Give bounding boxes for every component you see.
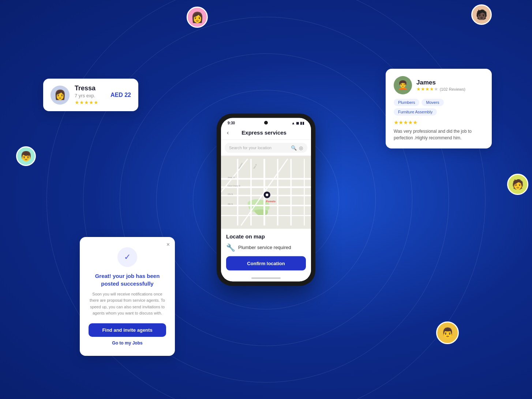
confirm-location-button[interactable]: Confirm location <box>226 256 306 270</box>
home-indicator <box>221 275 311 281</box>
locate-title: Locate on map <box>226 233 306 239</box>
phone-header: ‹ Express services <box>221 126 311 140</box>
avatar-right: 🧑 <box>507 174 528 195</box>
avatar-bottom-right: 👨 <box>436 321 459 344</box>
svg-text:29th St: 29th St <box>228 203 233 205</box>
check-icon: ✓ <box>124 252 131 262</box>
home-bar <box>251 277 281 279</box>
map-area[interactable]: Jersey St Cesar Chavez St 27th St 29th S… <box>221 155 311 229</box>
reviewer-name: James <box>416 79 465 86</box>
status-time: 9:30 <box>228 121 235 125</box>
invite-agents-button[interactable]: Find and invite agents <box>89 323 166 337</box>
agent-experience: 7 yrs exp. <box>75 93 105 98</box>
svg-text:Pomelo: Pomelo <box>266 199 276 203</box>
screen-title: Express services <box>232 129 296 136</box>
agent-card-tressa: 👩 Tressa 7 yrs exp. ★★★★★ AED 22 <box>43 79 138 111</box>
close-button[interactable]: × <box>166 241 170 248</box>
svg-point-22 <box>266 193 268 196</box>
camera-notch <box>264 121 268 124</box>
reviewer-row: 🧑‍🦱 James ★★★★★ (102 Reviews) <box>394 76 484 94</box>
success-popup: × ✓ Great! your job has been posted succ… <box>80 237 175 356</box>
agent-price: AED 22 <box>110 92 131 98</box>
search-placeholder-text: Search for your location <box>229 146 289 150</box>
reviewer-header-stars: ★★★★★ (102 Reviews) <box>416 86 465 92</box>
phone-bottom: Locate on map 🔧 Plumber service required… <box>221 229 311 275</box>
search-icon: 🔍 <box>291 145 297 150</box>
success-title: Great! your job has been posted successf… <box>89 272 166 287</box>
review-text: Was very professional and did the job to… <box>394 128 484 141</box>
search-bar[interactable]: Search for your location 🔍 ◎ <box>225 143 307 153</box>
success-body: Soon you will receive notifications once… <box>89 291 166 317</box>
map-svg: Jersey St Cesar Chavez St 27th St 29th S… <box>221 155 311 229</box>
agent-info: Tressa 7 yrs exp. ★★★★★ <box>75 84 105 105</box>
phone-screen: 9:30 ▲ ◼ ▮▮ ‹ Express services Search fo… <box>221 118 311 281</box>
tag-row: Plumbers Movers Furniture Assembly <box>394 99 484 116</box>
avatar-top-center: 👩 <box>187 7 208 28</box>
svg-text:Jersey St: Jersey St <box>228 177 235 178</box>
tag-movers: Movers <box>422 99 443 106</box>
service-row: 🔧 Plumber service required <box>226 243 306 252</box>
locate-icon: ◎ <box>299 145 303 150</box>
go-to-jobs-link[interactable]: Go to my Jobs <box>89 340 166 346</box>
status-icons: ▲ ◼ ▮▮ <box>292 121 304 125</box>
avatar-left: 👦 <box>16 146 36 166</box>
reviewer-avatar: 🧑‍🦱 <box>394 76 412 94</box>
agent-stars: ★★★★★ <box>75 99 105 105</box>
check-circle: ✓ <box>117 247 137 267</box>
tag-plumbers: Plumbers <box>394 99 419 106</box>
avatar-top-right: 🧑🏿 <box>471 4 492 25</box>
phone-mockup: 9:30 ▲ ◼ ▮▮ ‹ Express services Search fo… <box>217 113 315 286</box>
service-text: Plumber service required <box>238 245 291 250</box>
reviewer-info: James ★★★★★ (102 Reviews) <box>416 79 465 92</box>
agent-name: Tressa <box>75 84 105 92</box>
status-bar: 9:30 ▲ ◼ ▮▮ <box>221 118 311 126</box>
plumber-icon: 🔧 <box>226 243 235 252</box>
svg-text:27th St: 27th St <box>228 193 233 195</box>
review-card-james: 🧑‍🦱 James ★★★★★ (102 Reviews) Plumbers M… <box>386 69 492 148</box>
agent-avatar-tressa: 👩 <box>50 86 70 105</box>
tag-furniture: Furniture Assembly <box>394 108 437 116</box>
back-arrow-icon[interactable]: ‹ <box>227 129 229 136</box>
phone-frame: 9:30 ▲ ◼ ▮▮ ‹ Express services Search fo… <box>217 113 315 286</box>
svg-text:Cesar Chavez St: Cesar Chavez St <box>228 185 240 187</box>
review-stars: ★★★★★ <box>394 119 484 126</box>
